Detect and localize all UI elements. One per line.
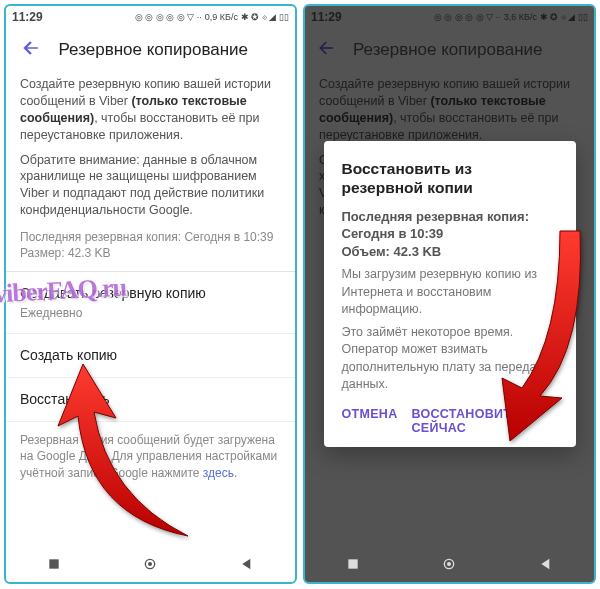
svg-rect-0 [49,559,58,568]
phone-screenshot-right: 11:29 ◎ ◎ ◎ ◎ ◎ ▽ ·· 3,6 КБ/с ✱ ✪ ⟐ ◢ ▯▯… [303,4,596,584]
svg-point-2 [148,562,152,566]
dialog-title: Восстановить из резервной копии [342,159,558,198]
status-icons: ◎ ◎ ◎ ◎ ◎ ▽ ·· 0,9 КБ/с ✱ ✪ ⟐ ◢ ▯▯ [135,12,289,22]
android-nav-bar [6,546,295,582]
restore-dialog: Восстановить из резервной копии Последня… [324,141,576,447]
row-title: Создавать резервную копию [20,284,281,303]
phone-screenshot-left: 11:29 ◎ ◎ ◎ ◎ ◎ ▽ ·· 0,9 КБ/с ✱ ✪ ⟐ ◢ ▯▯… [4,4,297,584]
dialog-body-1: Мы загрузим резервную копию из Интернета… [342,266,558,318]
status-bar: 11:29 ◎ ◎ ◎ ◎ ◎ ▽ ·· 0,9 КБ/с ✱ ✪ ⟐ ◢ ▯▯ [6,6,295,28]
content-area: Создайте резервную копию вашей истории с… [6,76,295,546]
page-title: Резервное копирование [58,40,248,60]
row-title: Восстановить [20,390,281,409]
backup-meta: Последняя резервная копия: Сегодня в 10:… [6,227,295,271]
row-create-backup-schedule[interactable]: Создавать резервную копию Ежедневно [6,271,295,333]
nav-back-icon[interactable] [538,556,554,572]
footnote-text: Резервная копия сообщений будет загружен… [6,421,295,491]
android-nav-bar [305,546,594,582]
row-make-copy[interactable]: Создать копию [6,333,295,377]
footnote-link-here[interactable]: здесь [203,466,234,480]
svg-point-5 [447,562,451,566]
dialog-body-2: Это займёт некоторое время. Оператор мож… [342,324,558,393]
cancel-button[interactable]: ОТМЕНА [342,407,398,435]
dialog-actions: ОТМЕНА ВОССТАНОВИТЬ СЕЙЧАС [342,399,558,441]
nav-recent-icon[interactable] [345,556,361,572]
nav-recent-icon[interactable] [46,556,62,572]
dialog-meta: Последняя резервная копия: Сегодня в 10:… [342,208,558,261]
nav-home-icon[interactable] [142,556,158,572]
row-restore[interactable]: Восстановить [6,377,295,421]
intro-paragraph-2: Обратите внимание: данные в облачном хра… [6,152,295,228]
nav-home-icon[interactable] [441,556,457,572]
nav-back-icon[interactable] [239,556,255,572]
clock: 11:29 [12,10,43,24]
restore-now-button[interactable]: ВОССТАНОВИТЬ СЕЙЧАС [411,407,557,435]
modal-overlay: Восстановить из резервной копии Последня… [305,6,594,582]
back-arrow-icon[interactable] [18,38,42,62]
svg-rect-3 [348,559,357,568]
app-bar: Резервное копирование [6,28,295,76]
row-title: Создать копию [20,346,281,365]
intro-paragraph-1: Создайте резервную копию вашей истории с… [6,76,295,152]
row-subtitle: Ежедневно [20,305,281,321]
last-backup-label: Последняя резервная копия: Сегодня в 10:… [20,229,281,245]
backup-size-label: Размер: 42.3 KB [20,245,281,261]
